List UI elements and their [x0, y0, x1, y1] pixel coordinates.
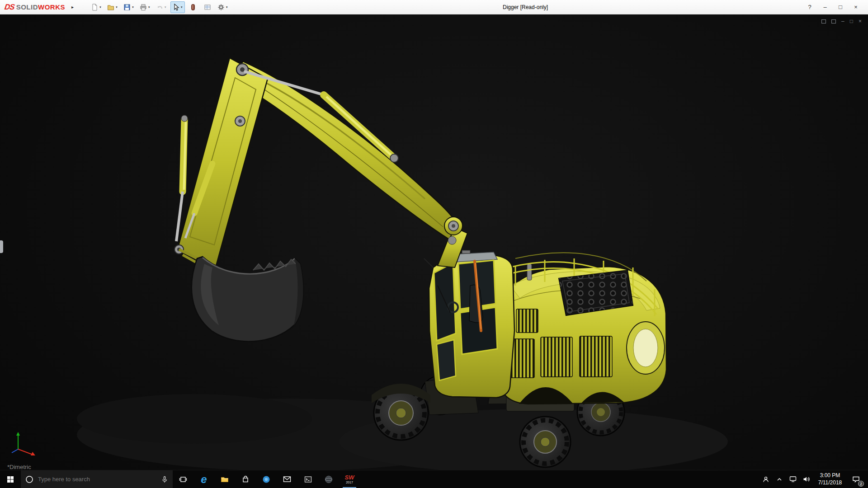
operator-cab[interactable]	[424, 250, 514, 398]
options-button[interactable]: ▼	[216, 1, 230, 13]
chevron-up-icon	[776, 476, 783, 483]
notification-badge: 2	[858, 481, 864, 487]
window-controls: ? – □ ×	[802, 4, 868, 10]
clock-time: 3:00 PM	[813, 472, 847, 479]
system-tray: 3:00 PM 7/11/2018 2	[759, 470, 868, 488]
view-orientation-label: *Dimetric	[7, 464, 31, 470]
mdi-window-icon-1[interactable]	[821, 19, 826, 23]
people-button[interactable]	[759, 470, 773, 488]
volume-button[interactable]	[800, 470, 813, 488]
minimize-button[interactable]: –	[817, 4, 833, 10]
undo-icon	[156, 4, 163, 11]
people-icon	[762, 476, 769, 483]
store-bag-icon	[242, 476, 249, 483]
action-center-button[interactable]: 2	[847, 470, 865, 488]
dropdown-arrow-icon[interactable]: ▼	[148, 6, 151, 9]
graphics-area[interactable]: – □ × *Dimetric	[0, 14, 868, 470]
dropdown-arrow-icon[interactable]: ▼	[132, 6, 134, 9]
command-prompt-icon	[304, 476, 312, 483]
select-cursor-icon	[172, 4, 179, 11]
blue-circle-app-button[interactable]	[256, 470, 277, 488]
dropdown-arrow-icon[interactable]: ▼	[115, 6, 118, 9]
solidworks-logo: DS SOLID WORKS	[0, 3, 65, 12]
mail-button[interactable]	[277, 470, 297, 488]
new-document-icon	[91, 4, 98, 11]
dropdown-arrow-icon[interactable]: ▼	[99, 6, 102, 9]
mdi-minimize-button[interactable]: –	[841, 18, 844, 24]
windows-taskbar: e	[0, 470, 868, 488]
mail-envelope-icon	[283, 476, 291, 483]
excavator-model[interactable]	[0, 14, 868, 470]
print-button[interactable]: ▼	[138, 1, 152, 13]
edge-icon: e	[201, 474, 207, 485]
sheet-properties-button[interactable]	[201, 1, 214, 13]
cortana-circle-icon	[25, 475, 33, 483]
new-document-button[interactable]: ▼	[89, 1, 104, 13]
store-button[interactable]	[235, 470, 256, 488]
edge-button[interactable]: e	[193, 470, 214, 488]
mdi-window-icon-2[interactable]	[831, 19, 836, 23]
appearances-button[interactable]	[187, 1, 199, 13]
dropdown-arrow-icon[interactable]: ▼	[180, 6, 183, 9]
help-button[interactable]: ?	[802, 4, 817, 10]
command-prompt-button[interactable]	[297, 470, 318, 488]
taskbar-search-box[interactable]	[21, 470, 173, 488]
save-button[interactable]: ▼	[122, 1, 136, 13]
select-tool-button[interactable]: ▼	[170, 1, 185, 13]
mdi-window-controls: – □ ×	[821, 18, 862, 24]
taskbar-clock[interactable]: 3:00 PM 7/11/2018	[813, 472, 847, 486]
save-floppy-icon	[123, 4, 131, 11]
blue-circle-app-icon	[262, 475, 270, 483]
search-input[interactable]	[38, 476, 156, 483]
menu-flyout-arrow-icon[interactable]: ▸	[71, 5, 74, 9]
dassault-ds-logo-icon: DS	[4, 3, 15, 12]
clock-date: 7/11/2018	[813, 479, 847, 487]
logo-text-works: WORKS	[38, 3, 65, 11]
windows-logo-icon	[7, 476, 14, 483]
dropdown-arrow-icon[interactable]: ▼	[226, 6, 228, 9]
open-button[interactable]: ▼	[105, 1, 120, 13]
microphone-icon[interactable]	[161, 476, 168, 483]
solidworks-2017-icon: SW 2017	[345, 474, 354, 484]
appearances-icon	[189, 4, 197, 11]
mdi-restore-button[interactable]: □	[850, 18, 853, 24]
hidden-icons-button[interactable]	[773, 470, 786, 488]
task-view-button[interactable]	[173, 470, 193, 488]
solidworks-letters: SW	[345, 474, 354, 480]
file-explorer-icon	[221, 476, 229, 483]
dark-sphere-app-icon	[325, 475, 333, 483]
solidworks-2017-button[interactable]: SW 2017	[339, 470, 360, 488]
start-button[interactable]	[0, 470, 21, 488]
sheet-properties-icon	[204, 4, 211, 11]
bucket[interactable]	[192, 257, 303, 342]
task-pane-collapsed-tab[interactable]	[0, 240, 3, 253]
app-title-bar: DS SOLID WORKS ▸ ▼ ▼ ▼ ▼ ▼ ▼	[0, 0, 868, 14]
mdi-close-button[interactable]: ×	[859, 18, 862, 24]
reference-triad-icon	[8, 429, 44, 457]
close-button[interactable]: ×	[848, 4, 863, 10]
quick-access-toolbar: ▼ ▼ ▼ ▼ ▼ ▼ ▼	[89, 1, 230, 13]
dark-sphere-app-button[interactable]	[318, 470, 339, 488]
logo-text-solid: SOLID	[16, 3, 38, 11]
dipper-arm[interactable]	[175, 58, 268, 266]
network-button[interactable]	[786, 470, 800, 488]
options-gear-icon	[217, 4, 225, 11]
open-folder-icon	[107, 4, 114, 11]
volume-icon	[803, 476, 810, 483]
file-explorer-button[interactable]	[214, 470, 235, 488]
document-title: Digger [Read-only]	[503, 0, 548, 14]
undo-button[interactable]: ▼	[154, 1, 169, 13]
solidworks-year: 2017	[346, 481, 353, 484]
dropdown-arrow-icon[interactable]: ▼	[164, 6, 167, 9]
network-icon	[789, 476, 797, 483]
task-view-icon	[179, 476, 187, 483]
print-icon	[140, 4, 147, 11]
maximize-button[interactable]: □	[833, 4, 848, 10]
